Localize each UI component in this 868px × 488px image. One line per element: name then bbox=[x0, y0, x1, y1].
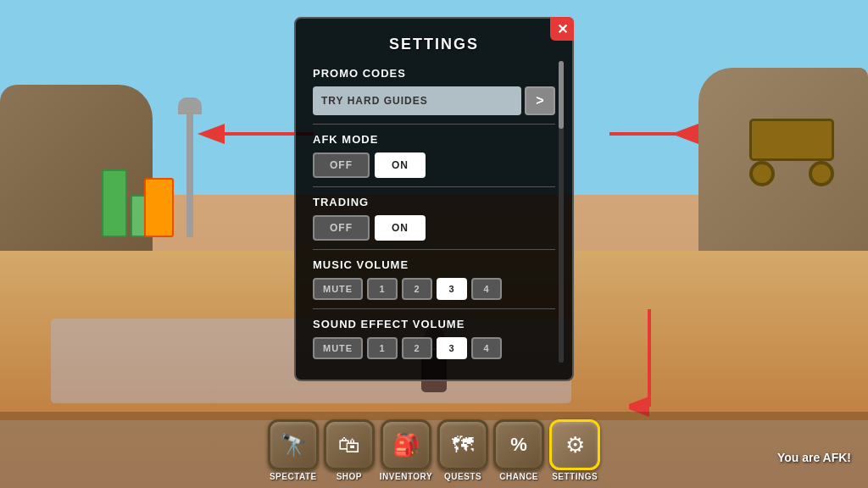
lamp-head bbox=[178, 97, 202, 114]
afk-off-button[interactable]: OFF bbox=[313, 152, 370, 178]
toolbar-item-inventory[interactable]: 🎒 INVENTORY bbox=[380, 419, 432, 481]
orange-block bbox=[144, 178, 174, 237]
chance-label: CHANCE bbox=[499, 472, 538, 481]
settings-label: SETTINGS bbox=[552, 472, 598, 481]
arrow-right-svg bbox=[601, 125, 703, 142]
wagon bbox=[741, 119, 843, 186]
spectate-icon: 🔭 bbox=[268, 419, 319, 470]
music-vol-4-button[interactable]: 4 bbox=[471, 278, 502, 300]
sfx-vol-3-button[interactable]: 3 bbox=[437, 337, 467, 359]
divider-4 bbox=[313, 308, 555, 309]
promo-submit-button[interactable]: > bbox=[525, 86, 555, 115]
trading-toggle-row: OFF ON bbox=[313, 215, 555, 241]
sfx-volume-row: MUTE 1 2 3 4 bbox=[313, 337, 555, 359]
trading-label: TRADING bbox=[313, 196, 555, 208]
afk-mode-label: AFK MODE bbox=[313, 133, 555, 146]
promo-codes-row: > bbox=[313, 86, 555, 115]
sfx-vol-4-button[interactable]: 4 bbox=[471, 337, 502, 359]
promo-codes-label: PROMO CODES bbox=[313, 67, 555, 80]
spectate-label: SPECTATE bbox=[270, 472, 317, 481]
inventory-icon: 🎒 bbox=[381, 419, 431, 470]
toolbar-item-settings[interactable]: ⚙ SETTINGS bbox=[549, 419, 600, 481]
bottom-toolbar: 🔭 SPECTATE 🛍 SHOP 🎒 INVENTORY 🗺 QUESTS %… bbox=[0, 412, 868, 488]
sfx-volume-label: SOUND EFFECT VOLUME bbox=[313, 318, 555, 330]
afk-notice: You are AFK! bbox=[777, 451, 851, 464]
shop-label: SHOP bbox=[337, 472, 362, 481]
divider-1 bbox=[313, 124, 555, 125]
inventory-label: INVENTORY bbox=[380, 472, 432, 481]
green-block-1 bbox=[102, 169, 127, 237]
settings-icon: ⚙ bbox=[549, 419, 600, 470]
scrollbar-thumb bbox=[559, 61, 564, 129]
wagon-wheel-right bbox=[809, 161, 834, 186]
toolbar-item-quests[interactable]: 🗺 QUESTS bbox=[437, 419, 488, 481]
music-vol-3-button[interactable]: 3 bbox=[437, 278, 467, 300]
close-button[interactable]: ✕ bbox=[550, 17, 574, 41]
music-volume-row: MUTE 1 2 3 4 bbox=[313, 278, 555, 300]
toolbar-item-chance[interactable]: % CHANCE bbox=[493, 419, 544, 481]
music-volume-label: MUSIC VOLUME bbox=[313, 258, 555, 271]
wagon-wheel-left bbox=[749, 161, 775, 186]
divider-2 bbox=[313, 186, 555, 187]
divider-3 bbox=[313, 249, 555, 250]
sfx-mute-button[interactable]: MUTE bbox=[313, 337, 363, 359]
quests-label: QUESTS bbox=[444, 472, 481, 481]
sfx-vol-2-button[interactable]: 2 bbox=[402, 337, 432, 359]
wagon-body bbox=[749, 119, 834, 161]
toolbar-item-spectate[interactable]: 🔭 SPECTATE bbox=[268, 419, 319, 481]
settings-modal: ✕ SETTINGS PROMO CODES > AFK MODE OFF ON… bbox=[294, 17, 574, 381]
trading-on-button[interactable]: ON bbox=[375, 215, 426, 241]
arrow-down-indicator bbox=[641, 305, 658, 415]
modal-title: SETTINGS bbox=[313, 36, 555, 53]
modal-scrollbar[interactable] bbox=[559, 61, 564, 363]
shop-icon: 🛍 bbox=[324, 419, 375, 470]
trading-off-button[interactable]: OFF bbox=[313, 215, 370, 241]
lamp-post bbox=[186, 102, 193, 237]
toolbar-item-shop[interactable]: 🛍 SHOP bbox=[324, 419, 375, 481]
afk-on-button[interactable]: ON bbox=[375, 152, 426, 178]
sfx-vol-1-button[interactable]: 1 bbox=[367, 337, 398, 359]
music-vol-1-button[interactable]: 1 bbox=[367, 278, 398, 300]
music-mute-button[interactable]: MUTE bbox=[313, 278, 363, 300]
arrow-down-svg bbox=[637, 305, 662, 415]
promo-code-input[interactable] bbox=[313, 86, 521, 115]
quests-icon: 🗺 bbox=[437, 419, 488, 470]
afk-toggle-row: OFF ON bbox=[313, 152, 555, 178]
chance-icon: % bbox=[493, 419, 544, 470]
arrow-right-indicator bbox=[601, 125, 703, 142]
music-vol-2-button[interactable]: 2 bbox=[402, 278, 432, 300]
